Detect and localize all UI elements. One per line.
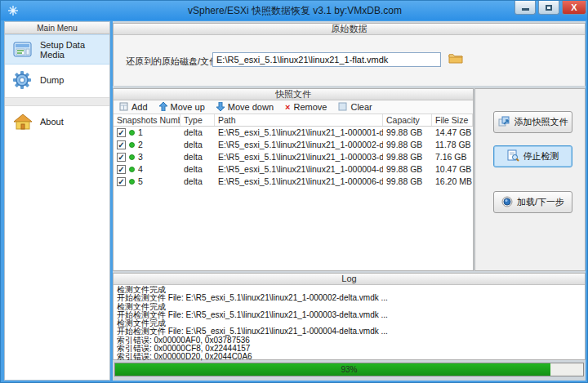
maximize-icon bbox=[546, 5, 552, 11]
snapshot-path: E:\R5_esxi_5.1\linux21\linux21_1-000001-… bbox=[215, 127, 383, 139]
snapshot-path: E:\R5_esxi_5.1\linux21\linux21_1-000004-… bbox=[215, 163, 383, 176]
row-checkbox[interactable]: ✓ bbox=[117, 177, 126, 186]
snapshot-number: 5 bbox=[138, 176, 143, 188]
move-up-button[interactable]: Move up bbox=[159, 102, 205, 113]
action-panel: 添加快照文件 停止检测 加载/下一步 bbox=[474, 88, 586, 271]
minimize-icon bbox=[522, 8, 529, 11]
sidebar: Main Menu Setup Data Media Dump About bbox=[4, 21, 110, 381]
status-dot-icon bbox=[129, 179, 135, 185]
original-data-header: 原始数据 bbox=[114, 24, 585, 35]
row-checkbox[interactable]: ✓ bbox=[117, 128, 126, 137]
window-controls: X bbox=[514, 1, 586, 15]
column-type[interactable]: Type bbox=[180, 114, 215, 126]
home-icon bbox=[12, 112, 33, 131]
table-row[interactable]: ✓ 3 delta E:\R5_esxi_5.1\linux21\linux21… bbox=[114, 151, 473, 163]
snapshot-number: 4 bbox=[138, 163, 143, 176]
table-row[interactable]: ✓ 5 delta E:\R5_esxi_5.1\linux21\linux21… bbox=[114, 176, 473, 188]
table-body: ✓ 1 delta E:\R5_esxi_5.1\linux21\linux21… bbox=[114, 127, 473, 188]
arrow-down-icon bbox=[216, 102, 225, 113]
log-line: 索引错误: 0x00000D20, 0x2044C0A6 bbox=[117, 353, 581, 361]
log-line: 检测文件完成 bbox=[117, 319, 581, 327]
snapshot-type: delta bbox=[180, 151, 215, 163]
status-dot-icon bbox=[129, 130, 135, 136]
arrow-up-icon bbox=[159, 102, 167, 113]
column-path[interactable]: Path bbox=[215, 114, 383, 126]
titlebar: vSphere/ESXi 快照数据恢复 v3.1 by:VMxDB.com X bbox=[1, 1, 588, 20]
scan-document-icon bbox=[507, 149, 519, 163]
clear-button[interactable]: Clear bbox=[338, 102, 372, 113]
log-line: 检测文件完成 bbox=[117, 286, 581, 294]
snapshot-path: E:\R5_esxi_5.1\linux21\linux21_1-000006-… bbox=[215, 176, 383, 188]
maximize-button[interactable] bbox=[538, 1, 559, 15]
source-path-input[interactable] bbox=[212, 52, 441, 67]
stop-detection-button[interactable]: 停止检测 bbox=[493, 145, 572, 167]
row-checkbox[interactable]: ✓ bbox=[117, 165, 126, 174]
snapshot-capacity: 99.88 GB bbox=[383, 139, 432, 151]
row-checkbox[interactable]: ✓ bbox=[117, 140, 126, 149]
add-snapshot-file-button[interactable]: 添加快照文件 bbox=[493, 111, 572, 133]
column-file-size[interactable]: File Size bbox=[432, 114, 473, 126]
snapshot-capacity: 99.88 GB bbox=[383, 163, 432, 176]
sidebar-item-label: Dump bbox=[40, 75, 64, 85]
snapshot-type: delta bbox=[180, 127, 215, 139]
table-row[interactable]: ✓ 4 delta E:\R5_esxi_5.1\linux21\linux21… bbox=[114, 163, 473, 176]
column-capacity[interactable]: Capacity bbox=[383, 114, 432, 126]
original-data-group: 原始数据 还原到的原始磁盘/文件 bbox=[113, 23, 586, 86]
folder-icon bbox=[448, 55, 463, 67]
log-line: 开始检测文件 File: E:\R5_esxi_5.1\linux21\linu… bbox=[117, 311, 581, 319]
add-icon bbox=[119, 102, 128, 113]
snapshot-number: 2 bbox=[138, 139, 143, 151]
row-checkbox[interactable]: ✓ bbox=[117, 153, 126, 162]
table-row[interactable]: ✓ 2 delta E:\R5_esxi_5.1\linux21\linux21… bbox=[114, 139, 473, 151]
log-body: 检测文件完成 开始检测文件 File: E:\R5_esxi_5.1\linux… bbox=[114, 285, 585, 363]
progress-label: 93% bbox=[115, 363, 583, 376]
snapshot-file-size: 16.20 MB bbox=[432, 176, 473, 188]
snapshot-path: E:\R5_esxi_5.1\linux21\linux21_1-000003-… bbox=[215, 151, 383, 163]
window-title: vSphere/ESXi 快照数据恢复 v3.1 by:VMxDB.com bbox=[1, 1, 588, 20]
snapshot-type: delta bbox=[180, 176, 215, 188]
load-orb-icon bbox=[501, 196, 513, 209]
sidebar-item-label: Setup Data Media bbox=[40, 40, 109, 60]
sidebar-item-dump[interactable]: Dump bbox=[5, 65, 109, 95]
add-button[interactable]: Add bbox=[119, 102, 148, 113]
snapshot-number: 1 bbox=[138, 127, 143, 139]
clear-icon bbox=[338, 102, 347, 113]
minimize-button[interactable] bbox=[514, 1, 536, 15]
status-dot-icon bbox=[129, 154, 135, 160]
log-header: Log bbox=[114, 274, 585, 285]
load-next-button[interactable]: 加载/下一步 bbox=[493, 191, 572, 213]
snapshot-files-group: 快照文件 Add Move up Move down × Remove bbox=[113, 88, 474, 271]
snapshot-files-header: 快照文件 bbox=[114, 89, 473, 100]
snapshot-toolbar: Add Move up Move down × Remove Clear bbox=[114, 100, 473, 114]
log-line: 索引错误: 0x00000CF8, 0x22444157 bbox=[117, 345, 581, 353]
remove-button[interactable]: × Remove bbox=[285, 102, 327, 112]
snapshot-capacity: 99.88 GB bbox=[383, 176, 432, 188]
sidebar-header: Main Menu bbox=[5, 22, 109, 34]
gear-icon bbox=[12, 70, 33, 90]
table-header: Snapshots Number Type Path Capacity File… bbox=[114, 114, 473, 127]
sidebar-item-label: About bbox=[40, 117, 64, 127]
snapshot-type: delta bbox=[180, 139, 215, 151]
data-media-icon bbox=[12, 40, 33, 60]
log-group: Log 检测文件完成 开始检测文件 File: E:\R5_esxi_5.1\l… bbox=[113, 273, 586, 360]
browse-folder-button[interactable] bbox=[448, 52, 464, 67]
app-window: vSphere/ESXi 快照数据恢复 v3.1 by:VMxDB.com X … bbox=[0, 0, 588, 383]
status-dot-icon bbox=[129, 142, 135, 148]
source-path-label: 还原到的原始磁盘/文件 bbox=[126, 56, 218, 68]
log-line: 检测文件完成 bbox=[117, 303, 581, 311]
column-snapshots-number[interactable]: Snapshots Number bbox=[114, 114, 180, 126]
snapshot-file-size: 14.47 GB bbox=[432, 127, 473, 139]
sidebar-item-about[interactable]: About bbox=[5, 106, 109, 136]
move-down-button[interactable]: Move down bbox=[216, 102, 274, 113]
close-button[interactable]: X bbox=[562, 1, 586, 15]
log-line: 开始检测文件 File: E:\R5_esxi_5.1\linux21\linu… bbox=[117, 327, 581, 336]
table-row[interactable]: ✓ 1 delta E:\R5_esxi_5.1\linux21\linux21… bbox=[114, 127, 473, 139]
sidebar-item-setup-data-media[interactable]: Setup Data Media bbox=[5, 34, 109, 65]
add-file-icon bbox=[498, 116, 510, 129]
log-line: 开始检测文件 File: E:\R5_esxi_5.1\linux21\linu… bbox=[117, 294, 581, 302]
close-icon: X bbox=[571, 2, 577, 12]
snapshot-number: 3 bbox=[138, 151, 143, 163]
snapshot-file-size: 11.78 GB bbox=[432, 139, 473, 151]
main-area: 原始数据 还原到的原始磁盘/文件 快照文件 Add bbox=[113, 21, 586, 381]
snapshot-path: E:\R5_esxi_5.1\linux21\linux21_1-000002-… bbox=[215, 139, 383, 151]
